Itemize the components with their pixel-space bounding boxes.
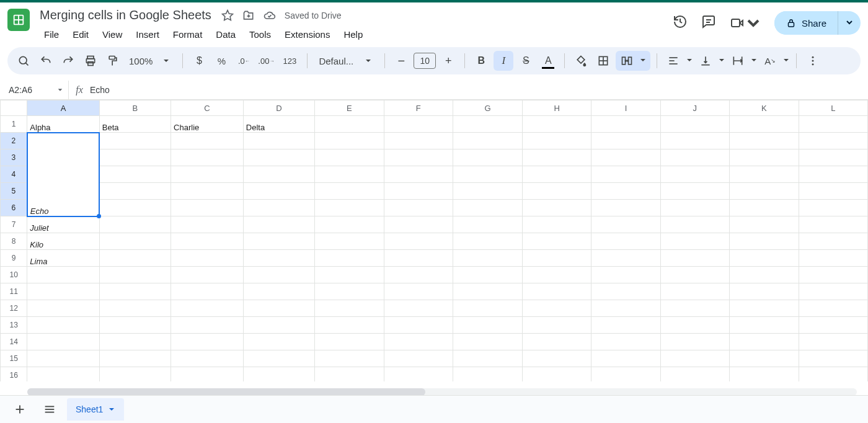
cell-J14[interactable] (660, 334, 729, 350)
cell-K1[interactable] (729, 116, 799, 133)
cell-H5[interactable] (522, 183, 591, 200)
zoom-dropdown-icon[interactable] (156, 51, 176, 71)
row-header-9[interactable]: 9 (1, 250, 27, 267)
cell-F8[interactable] (384, 233, 453, 250)
cell-L12[interactable] (799, 300, 867, 317)
cell-D8[interactable] (243, 233, 314, 250)
cell-F7[interactable] (384, 216, 453, 233)
cell-B12[interactable] (99, 300, 170, 317)
cell-A1[interactable]: Alpha (27, 116, 100, 133)
row-header-13[interactable]: 13 (1, 317, 27, 334)
cell-L16[interactable] (799, 367, 867, 382)
cell-A9[interactable]: Lima (27, 250, 100, 267)
cell-F5[interactable] (384, 183, 453, 200)
cell-B6[interactable] (99, 200, 170, 216)
cell-I5[interactable] (591, 183, 660, 200)
cell-H9[interactable] (522, 250, 591, 267)
cell-F3[interactable] (384, 149, 453, 166)
cell-F9[interactable] (384, 250, 453, 267)
cell-J8[interactable] (660, 233, 729, 250)
cell-L13[interactable] (799, 317, 867, 334)
menu-extensions[interactable]: Extensions (279, 27, 335, 42)
column-header-G[interactable]: G (453, 100, 523, 116)
cell-B5[interactable] (99, 183, 170, 200)
percent-icon[interactable]: % (211, 51, 231, 71)
cell-C2[interactable] (171, 133, 244, 149)
cell-I4[interactable] (591, 166, 660, 183)
sheet-tab[interactable]: Sheet1 (67, 398, 124, 421)
cell-L6[interactable] (799, 200, 867, 216)
column-header-B[interactable]: B (99, 100, 170, 116)
font-size-input[interactable]: 10 (414, 53, 436, 69)
name-box[interactable]: A2:A6 (0, 81, 69, 99)
redo-icon[interactable] (58, 51, 78, 71)
cell-F13[interactable] (384, 317, 453, 334)
cell-G12[interactable] (453, 300, 523, 317)
cell-I12[interactable] (591, 300, 660, 317)
cell-E14[interactable] (315, 334, 384, 350)
cell-H10[interactable] (522, 267, 591, 283)
increase-decimal-icon[interactable]: .00→ (256, 51, 276, 71)
zoom-level[interactable]: 100% (125, 56, 154, 66)
cell-H6[interactable] (522, 200, 591, 216)
increase-font-icon[interactable]: + (438, 51, 458, 71)
cell-J6[interactable] (660, 200, 729, 216)
cell-E15[interactable] (315, 350, 384, 367)
cell-A15[interactable] (27, 350, 100, 367)
strikethrough-icon[interactable]: S (516, 51, 536, 71)
cell-E13[interactable] (315, 317, 384, 334)
cell-C6[interactable] (171, 200, 244, 216)
cell-L9[interactable] (799, 250, 867, 267)
cell-K12[interactable] (729, 300, 799, 317)
cell-D4[interactable] (243, 166, 314, 183)
cell-G14[interactable] (453, 334, 523, 350)
bold-icon[interactable]: B (471, 51, 491, 71)
cell-B15[interactable] (99, 350, 170, 367)
print-icon[interactable] (81, 51, 100, 71)
cell-B10[interactable] (99, 267, 170, 283)
column-header-K[interactable]: K (729, 100, 799, 116)
cell-H11[interactable] (522, 283, 591, 300)
cell-I13[interactable] (591, 317, 660, 334)
select-all-corner[interactable] (1, 100, 27, 116)
column-header-H[interactable]: H (522, 100, 591, 116)
cell-E12[interactable] (315, 300, 384, 317)
cell-I8[interactable] (591, 233, 660, 250)
cell-C14[interactable] (171, 334, 244, 350)
cell-D15[interactable] (243, 350, 314, 367)
menu-edit[interactable]: Edit (67, 27, 94, 42)
cell-G13[interactable] (453, 317, 523, 334)
wrap-icon[interactable] (728, 51, 748, 71)
cell-I7[interactable] (591, 216, 660, 233)
cell-G16[interactable] (453, 367, 523, 382)
menu-format[interactable]: Format (167, 27, 208, 42)
cell-I1[interactable] (591, 116, 660, 133)
cell-H3[interactable] (522, 149, 591, 166)
row-header-4[interactable]: 4 (1, 166, 27, 183)
cell-I3[interactable] (591, 149, 660, 166)
cell-I11[interactable] (591, 283, 660, 300)
spreadsheet-grid[interactable]: ABCDEFGHIJKL1AlphaBetaCharlieDelta2Echo3… (0, 100, 868, 381)
cell-H14[interactable] (522, 334, 591, 350)
search-icon[interactable] (14, 51, 33, 71)
cell-D13[interactable] (243, 317, 314, 334)
cell-A13[interactable] (27, 317, 100, 334)
cell-E9[interactable] (315, 250, 384, 267)
cell-D7[interactable] (243, 216, 314, 233)
cell-L11[interactable] (799, 283, 867, 300)
cell-E16[interactable] (315, 367, 384, 382)
fill-color-icon[interactable] (571, 51, 591, 71)
column-header-E[interactable]: E (315, 100, 384, 116)
cell-I14[interactable] (591, 334, 660, 350)
cell-H16[interactable] (522, 367, 591, 382)
row-header-5[interactable]: 5 (1, 183, 27, 200)
row-header-14[interactable]: 14 (1, 334, 27, 350)
cell-K9[interactable] (729, 250, 799, 267)
horizontal-align-icon[interactable] (663, 51, 683, 71)
cell-L3[interactable] (799, 149, 867, 166)
cell-F10[interactable] (384, 267, 453, 283)
cell-I6[interactable] (591, 200, 660, 216)
row-header-16[interactable]: 16 (1, 367, 27, 382)
cell-F16[interactable] (384, 367, 453, 382)
paint-format-icon[interactable] (103, 51, 123, 71)
